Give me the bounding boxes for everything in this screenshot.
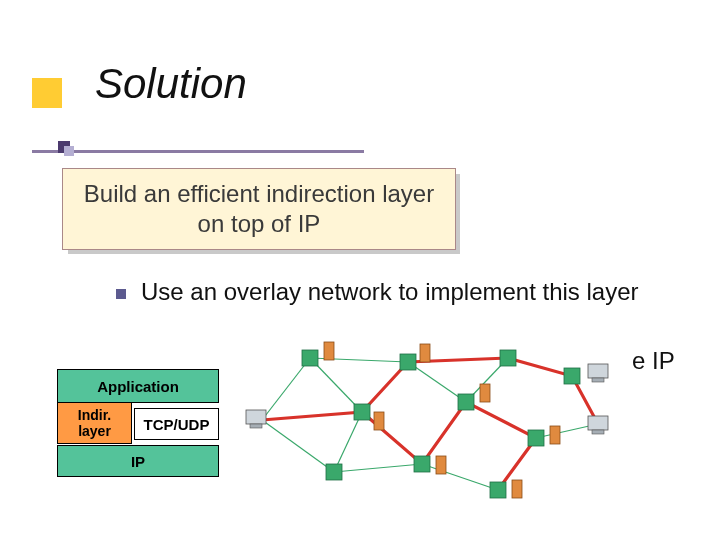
svg-rect-35: [246, 410, 266, 424]
stack-application: Application: [57, 369, 219, 403]
svg-line-11: [334, 412, 362, 472]
router-nodes: [302, 350, 580, 498]
svg-rect-30: [480, 384, 490, 402]
callout-text: Build an efficient indirection layer on …: [84, 179, 434, 239]
small-square-light-icon: [64, 146, 74, 156]
bullet-icon: [116, 289, 126, 299]
svg-rect-38: [592, 378, 604, 382]
bullet-text: Use an overlay network to implement this…: [141, 277, 661, 307]
svg-rect-29: [420, 344, 430, 362]
svg-rect-26: [414, 456, 430, 472]
svg-line-16: [262, 420, 334, 472]
svg-rect-27: [490, 482, 506, 498]
yellow-square-icon: [32, 78, 62, 108]
svg-rect-31: [550, 426, 560, 444]
svg-rect-33: [436, 456, 446, 474]
svg-rect-20: [500, 350, 516, 366]
callout-line1: Build an efficient indirection layer: [84, 180, 434, 207]
svg-line-0: [262, 358, 310, 420]
protocol-stack: Application Indir. layer TCP/UDP IP: [57, 369, 217, 475]
stack-ip: IP: [57, 445, 219, 477]
underline-icon: [32, 150, 364, 153]
svg-rect-25: [326, 464, 342, 480]
svg-rect-22: [354, 404, 370, 420]
svg-rect-36: [250, 424, 262, 428]
svg-rect-23: [458, 394, 474, 410]
svg-rect-40: [592, 430, 604, 434]
slide-title: Solution: [95, 60, 247, 108]
svg-rect-34: [512, 480, 522, 498]
stack-indirection: Indir. layer: [57, 402, 132, 444]
svg-rect-19: [400, 354, 416, 370]
callout-line2: on top of IP: [198, 210, 321, 237]
svg-rect-39: [588, 416, 608, 430]
stray-text: e IP: [632, 347, 675, 375]
callout-box: Build an efficient indirection layer on …: [62, 168, 456, 250]
svg-rect-37: [588, 364, 608, 378]
svg-line-17: [334, 464, 422, 472]
svg-line-4: [408, 362, 466, 402]
svg-rect-28: [324, 342, 334, 360]
svg-rect-32: [374, 412, 384, 430]
svg-rect-21: [564, 368, 580, 384]
overlay-network-diagram: [236, 340, 628, 500]
svg-rect-24: [528, 430, 544, 446]
stack-tcp-udp: TCP/UDP: [134, 408, 219, 440]
svg-line-14: [422, 464, 498, 490]
svg-rect-18: [302, 350, 318, 366]
